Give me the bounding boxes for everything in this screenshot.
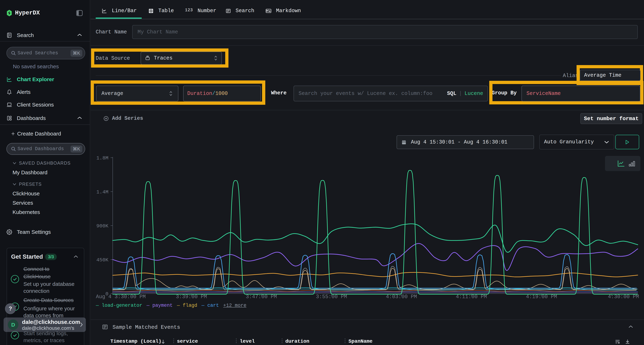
svg-text:4:11:00 PM: 4:11:00 PM (456, 294, 487, 300)
svg-text:900K: 900K (96, 223, 108, 229)
svg-text:4:03:00 PM: 4:03:00 PM (386, 294, 417, 300)
svg-text:4:19:00 PM: 4:19:00 PM (526, 294, 557, 300)
svg-text:Aug 4 3:30:00 PM: Aug 4 3:30:00 PM (96, 294, 146, 300)
svg-text:450K: 450K (96, 257, 108, 263)
svg-text:4:30:00 PM: 4:30:00 PM (608, 294, 639, 300)
svg-text:3:55:00 PM: 3:55:00 PM (316, 294, 347, 300)
svg-text:3:47:00 PM: 3:47:00 PM (246, 294, 277, 300)
svg-text:1.4M: 1.4M (96, 189, 108, 195)
svg-text:1.8M: 1.8M (96, 155, 108, 161)
svg-text:3:39:00 PM: 3:39:00 PM (176, 294, 207, 300)
